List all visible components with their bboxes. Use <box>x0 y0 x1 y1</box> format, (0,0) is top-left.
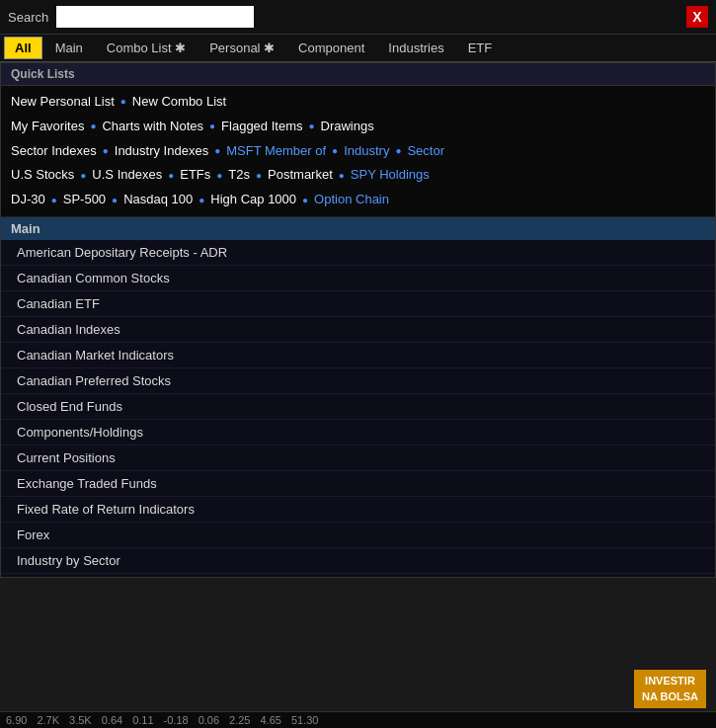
main-list: American Depositary Receipts - ADRCanadi… <box>1 240 715 577</box>
quick-link[interactable]: U.S Indexes <box>92 165 162 186</box>
tab-bar: AllMainCombo List ✱Personal ✱ComponentIn… <box>0 35 716 62</box>
quick-link[interactable]: Industry <box>344 141 389 162</box>
dot-separator: ● <box>332 143 338 159</box>
tab-personal[interactable]: Personal ✱ <box>199 37 285 59</box>
list-item[interactable]: Components/Holdings <box>1 420 715 445</box>
search-label: Search <box>8 10 48 25</box>
quick-list-row: My Favorites●Charts with Notes●Flagged I… <box>11 115 705 139</box>
tab-component[interactable]: Component <box>287 37 375 59</box>
quick-list-row: Sector Indexes●Industry Indexes●MSFT Mem… <box>11 139 705 164</box>
status-value: 0.64 <box>102 714 122 726</box>
dot-separator: ● <box>302 193 308 208</box>
quick-link[interactable]: Charts with Notes <box>102 117 203 137</box>
list-item[interactable]: Forex <box>1 523 715 548</box>
list-item[interactable]: Canadian ETF <box>1 291 715 317</box>
list-item[interactable]: Canadian Indexes <box>1 317 715 343</box>
quick-link[interactable]: DJ-30 <box>11 190 45 210</box>
status-value: 0.11 <box>132 714 153 726</box>
watermark-line1: INVESTIR <box>642 674 698 688</box>
status-value: -0.18 <box>164 714 189 726</box>
dot-separator: ● <box>80 168 86 184</box>
status-value: 3.5K <box>69 714 92 726</box>
quick-link[interactable]: MSFT Member of <box>226 141 326 162</box>
status-value: 2.7K <box>37 714 59 726</box>
quick-link[interactable]: New Personal List <box>11 92 115 113</box>
status-value: 2.25 <box>229 714 250 726</box>
dot-separator: ● <box>209 119 215 134</box>
dot-separator: ● <box>103 143 109 159</box>
list-item[interactable]: Canadian Market Indicators <box>1 343 715 368</box>
status-value: 6.90 <box>6 714 27 726</box>
dot-separator: ● <box>168 168 174 184</box>
dot-separator: ● <box>199 193 204 208</box>
tab-main[interactable]: Main <box>44 37 94 59</box>
quick-link[interactable]: Postmarket <box>268 165 333 186</box>
list-item[interactable]: American Depositary Receipts - ADR <box>1 240 715 266</box>
dot-separator: ● <box>256 168 262 184</box>
quick-link[interactable]: U.S Stocks <box>11 165 74 186</box>
quick-link[interactable]: SP-500 <box>63 190 106 210</box>
dot-separator: ● <box>214 143 220 159</box>
quick-link[interactable]: High Cap 1000 <box>210 190 296 210</box>
dot-separator: ● <box>395 143 401 159</box>
status-value: 0.06 <box>199 714 219 726</box>
status-value: 4.65 <box>260 714 280 726</box>
dot-separator: ● <box>120 94 126 110</box>
list-item[interactable]: Canadian Common Stocks <box>1 266 715 291</box>
quick-link[interactable]: ETFs <box>180 165 210 186</box>
dot-separator: ● <box>112 193 118 208</box>
quick-link[interactable]: SPY Holdings <box>351 165 430 186</box>
quick-lists-header: Quick Lists <box>1 63 715 86</box>
quick-link[interactable]: Nasdaq 100 <box>123 190 193 210</box>
dot-separator: ● <box>339 168 345 184</box>
quick-link[interactable]: T2s <box>228 165 250 186</box>
search-input[interactable] <box>56 6 254 28</box>
tab-combo-list[interactable]: Combo List ✱ <box>96 37 197 59</box>
search-bar: Search X <box>0 0 716 35</box>
watermark: INVESTIR NA BOLSA <box>634 670 706 708</box>
quick-link[interactable]: Flagged Items <box>221 117 302 137</box>
tab-all[interactable]: All <box>4 37 42 59</box>
quick-link[interactable]: Drawings <box>321 117 374 137</box>
quick-link[interactable]: Option Chain <box>314 190 389 210</box>
status-bar: 6.902.7K3.5K0.640.11-0.180.062.254.6551.… <box>0 711 716 728</box>
quick-lists-content: New Personal List●New Combo ListMy Favor… <box>1 86 715 217</box>
quick-list-row: U.S Stocks●U.S Indexes●ETFs●T2s●Postmark… <box>11 163 705 188</box>
quick-link[interactable]: My Favorites <box>11 117 84 137</box>
quick-link[interactable]: Sector <box>407 141 444 162</box>
list-item[interactable]: Canadian Preferred Stocks <box>1 368 715 394</box>
dot-separator: ● <box>51 193 57 208</box>
quick-list-row: DJ-30●SP-500●Nasdaq 100●High Cap 1000●Op… <box>11 188 705 212</box>
dot-separator: ● <box>90 119 96 134</box>
quick-list-row: New Personal List●New Combo List <box>11 90 705 115</box>
list-item[interactable]: Current Positions <box>1 445 715 471</box>
watermark-line2: NA BOLSA <box>642 689 698 704</box>
dot-separator: ● <box>308 119 314 134</box>
quick-link[interactable]: Industry Indexes <box>115 141 208 162</box>
list-item[interactable]: Fixed Rate of Return Indicators <box>1 497 715 523</box>
dot-separator: ● <box>216 168 222 184</box>
tab-etf[interactable]: ETF <box>457 37 504 59</box>
scroll-container[interactable]: Quick Lists New Personal List●New Combo … <box>1 63 715 577</box>
list-item[interactable]: Closed End Funds <box>1 394 715 420</box>
dropdown-panel: Quick Lists New Personal List●New Combo … <box>0 62 716 578</box>
quick-link[interactable]: Sector Indexes <box>11 141 97 162</box>
list-item[interactable]: Industry by Sector <box>1 548 715 574</box>
list-item[interactable]: Industry Components <box>1 574 715 577</box>
list-item[interactable]: Exchange Traded Funds <box>1 471 715 497</box>
main-section-header: Main <box>1 217 715 240</box>
quick-link[interactable]: New Combo List <box>132 92 226 113</box>
tab-industries[interactable]: Industries <box>377 37 454 59</box>
status-value: 51.30 <box>291 714 319 726</box>
close-button[interactable]: X <box>686 6 708 28</box>
